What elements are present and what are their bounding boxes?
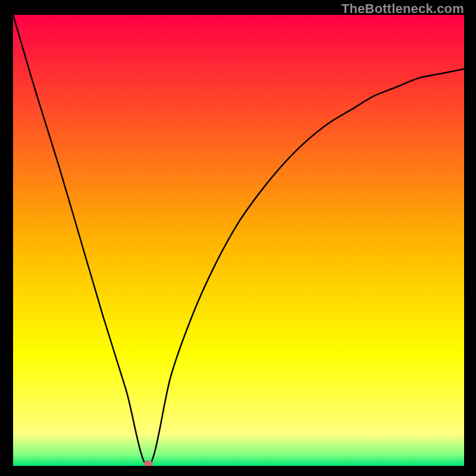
watermark-label: TheBottleneck.com [342, 1, 464, 17]
bottleneck-plot [13, 15, 464, 466]
chart-frame: TheBottleneck.com [0, 0, 476, 476]
